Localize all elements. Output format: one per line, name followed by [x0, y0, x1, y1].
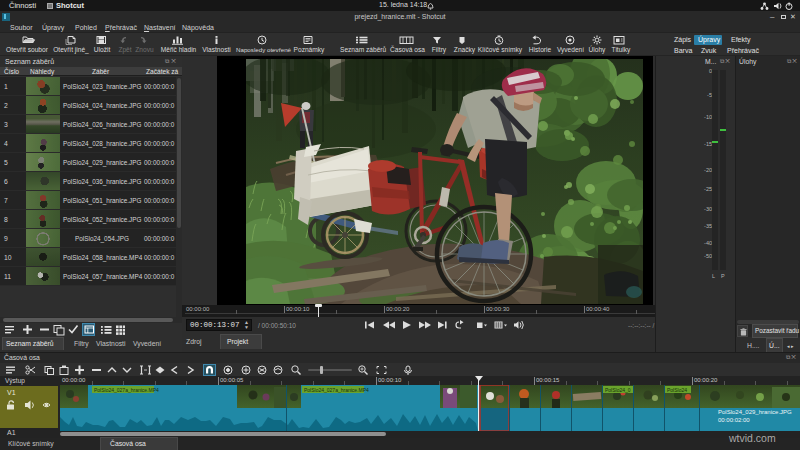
svg-text:PolSlo24: PolSlo24 [667, 387, 687, 393]
svg-text:00:00:02:00: 00:00:02:00 [718, 417, 750, 423]
svg-text:PolSlo24_027a_hranice.MP4: PolSlo24_027a_hranice.MP4 [304, 387, 369, 393]
svg-text:PolSlo24_029_hranice.JPG: PolSlo24_029_hranice.JPG [718, 409, 792, 415]
svg-text:PolSlo24_027a_hranice.MP4: PolSlo24_027a_hranice.MP4 [94, 387, 159, 393]
svg-text:PolSlo24_0: PolSlo24_0 [605, 387, 631, 393]
